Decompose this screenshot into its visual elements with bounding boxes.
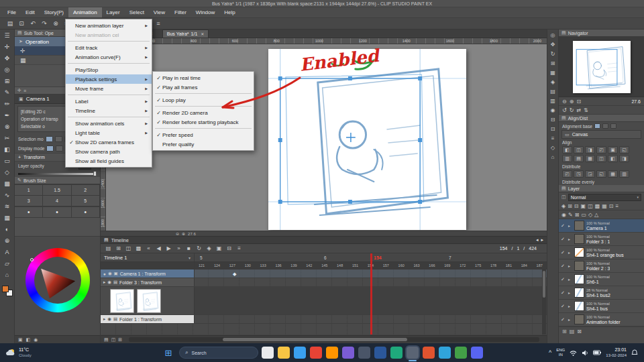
start-button[interactable]: ⊞ bbox=[161, 345, 176, 360]
menu-bar-item-5[interactable]: Select bbox=[125, 7, 149, 17]
tool-icon-8[interactable]: ⊗ bbox=[2, 122, 13, 131]
timeline-tool-icon-0[interactable]: ▤ bbox=[104, 245, 113, 251]
menu-item-render-2d-camera[interactable]: ✓Render 2D camera bbox=[153, 108, 254, 117]
record-icon[interactable]: ● bbox=[103, 272, 106, 276]
panel-menu-icon[interactable]: ▤ bbox=[17, 30, 22, 36]
layer-row-3[interactable]: ✓ ▸ 100 % Normal Folder 2 : 3 bbox=[559, 259, 644, 273]
menu-bar-item-7[interactable]: Filter bbox=[170, 7, 191, 17]
menu-item-playback-settings[interactable]: Playback settings▶ bbox=[66, 74, 152, 84]
align-panel-header[interactable]: ▤ Align/Dist bbox=[559, 115, 644, 122]
taskbar-app-icon-11[interactable] bbox=[439, 347, 451, 359]
layer-tool-b-icon-1[interactable]: ✎ bbox=[568, 212, 573, 218]
taskbar-clock[interactable]: 23:01 13-02-2024 bbox=[606, 347, 627, 359]
command-bar-icon-3[interactable]: ↷ bbox=[40, 19, 49, 28]
tool-icon-13[interactable]: ▩ bbox=[2, 179, 13, 188]
layer-tool-b-icon-2[interactable]: ⊠ bbox=[575, 212, 580, 218]
alignment-base-selector[interactable]: ▭ Canvas bbox=[561, 130, 641, 139]
delete-layer-icon[interactable]: ⊠ bbox=[577, 328, 582, 335]
foreground-color-swatch[interactable] bbox=[2, 286, 9, 292]
command-bar-icon-13[interactable]: ≡ bbox=[154, 19, 163, 28]
panel-menu-icon[interactable]: ▤ bbox=[561, 30, 566, 36]
align-button-b-4[interactable]: ◧ bbox=[608, 155, 618, 162]
layer-expander-icon[interactable]: ▸ bbox=[568, 250, 572, 255]
layer-tool-icon-6[interactable]: ▦ bbox=[602, 203, 607, 209]
timeline-playhead[interactable] bbox=[370, 253, 372, 335]
timeline-tool-icon-2[interactable]: ◫ bbox=[124, 245, 133, 251]
layer-visibility-toggle[interactable]: ✓ bbox=[561, 237, 566, 242]
go-to-start-button[interactable]: « bbox=[144, 245, 153, 251]
scrollbar-thumb[interactable] bbox=[543, 271, 545, 298]
tool-icon-0[interactable]: ☰ bbox=[2, 31, 13, 40]
display-mode-button-1[interactable] bbox=[46, 145, 54, 152]
timeline-horizontal-scrollbar[interactable] bbox=[129, 337, 539, 342]
taskbar-search[interactable]: ⌕ Search bbox=[179, 347, 258, 359]
layer-visibility-toggle[interactable]: ✓ bbox=[561, 263, 566, 269]
taskbar-app-icon-3[interactable] bbox=[310, 347, 322, 359]
alignment-base-button-2[interactable] bbox=[602, 123, 608, 129]
flip-vertical-icon[interactable]: ⇅ bbox=[584, 107, 588, 113]
footer-icon-0[interactable]: ▤ bbox=[104, 337, 109, 343]
swatch-icon[interactable]: ▣ bbox=[18, 337, 23, 343]
tool-icon-6[interactable]: ✏ bbox=[2, 99, 13, 109]
layer-visibility-toggle[interactable]: ✓ bbox=[561, 223, 566, 229]
tool-icon-16[interactable]: ▦ bbox=[2, 213, 13, 223]
taskbar-app-icon-7[interactable] bbox=[374, 347, 386, 359]
track-folder-1[interactable]: ▸ ◉ ▤ Folder 1 : Transform bbox=[101, 315, 547, 324]
menu-item-new-animation-layer[interactable]: New animation layer▶ bbox=[66, 21, 152, 30]
taskbar-app-icon-6[interactable] bbox=[358, 347, 370, 359]
distribute-button-5[interactable]: ▥ bbox=[619, 170, 629, 178]
tool-icon-18[interactable]: ⊕ bbox=[2, 236, 13, 245]
taskbar-app-icon-2[interactable] bbox=[294, 347, 306, 359]
tool-icon-1[interactable]: ✛ bbox=[2, 42, 13, 52]
align-button-5[interactable]: ◱ bbox=[619, 146, 629, 154]
canvas-page[interactable] bbox=[268, 49, 466, 230]
taskbar-app-icon-4[interactable] bbox=[326, 347, 338, 359]
menu-item-animation-curve[interactable]: Animation curve(F)▶ bbox=[66, 52, 152, 62]
align-button-2[interactable]: ◨ bbox=[585, 146, 595, 154]
right-strip-icon-6[interactable]: ▤ bbox=[550, 88, 555, 95]
right-strip-icon-10[interactable]: ⊡ bbox=[551, 126, 555, 132]
menu-bar-item-6[interactable]: View bbox=[149, 7, 170, 17]
align-button-b-0[interactable]: ▥ bbox=[562, 155, 572, 162]
right-strip-icon-9[interactable]: ⊟ bbox=[551, 117, 555, 123]
brush-size-preset-5[interactable]: 5 bbox=[72, 196, 100, 206]
brush-size-dot-2[interactable]: • bbox=[72, 207, 100, 218]
rotate-left-icon[interactable]: ↺ bbox=[562, 107, 567, 113]
menu-item-play-all-frames[interactable]: ✓Play all frames bbox=[153, 82, 254, 92]
zoom-in-icon[interactable]: ⊕ bbox=[570, 99, 574, 105]
taskbar-app-icon-13[interactable] bbox=[471, 347, 483, 359]
tool-icon-19[interactable]: A bbox=[2, 247, 13, 257]
layer-expander-icon[interactable]: ▸ bbox=[568, 277, 572, 282]
menu-bar-item-3[interactable]: Animation bbox=[68, 7, 102, 17]
command-bar-icon-0[interactable]: ▤ bbox=[5, 19, 15, 28]
right-strip-icon-1[interactable]: ✥ bbox=[551, 42, 555, 48]
footer-icon-2[interactable]: ⊞ bbox=[118, 337, 122, 343]
tool-icon-12[interactable]: ◇ bbox=[2, 168, 13, 177]
eye-icon[interactable]: ◉ bbox=[107, 316, 111, 322]
layer-tool-b-icon-4[interactable]: ◇ bbox=[588, 212, 592, 218]
frame-ruler[interactable]: 121 124 127 130 133 136 139 142 145 148 … bbox=[101, 262, 547, 269]
brush-size-preset-0[interactable]: 1 bbox=[15, 185, 43, 196]
color-swatches[interactable] bbox=[2, 286, 13, 296]
layer-tool-b-icon-0[interactable]: ◉ bbox=[561, 212, 566, 218]
layer-tool-b-icon-3[interactable]: ▭ bbox=[581, 212, 586, 218]
taskbar-app-icon-5[interactable] bbox=[342, 347, 354, 359]
layer-expander-icon[interactable]: ▸ bbox=[568, 304, 572, 308]
align-button-b-3[interactable]: ◫ bbox=[596, 155, 606, 162]
tool-icon-11[interactable]: ▭ bbox=[2, 156, 13, 166]
alignment-base-button-1[interactable] bbox=[594, 123, 600, 129]
taskbar-app-icon-9[interactable] bbox=[407, 347, 419, 359]
tool-icon-10[interactable]: ◧ bbox=[2, 145, 13, 154]
brush-size-preset-2[interactable]: 2 bbox=[72, 185, 100, 196]
timeline-vertical-scrollbar[interactable] bbox=[542, 269, 546, 335]
battery-icon[interactable] bbox=[593, 350, 601, 355]
layer-tool-icon-4[interactable]: ◫ bbox=[588, 203, 593, 209]
brush-size-preset-3[interactable]: 3 bbox=[15, 196, 43, 206]
menu-bar-item-0[interactable]: File bbox=[3, 7, 21, 17]
tool-icon-15[interactable]: ≋ bbox=[2, 202, 13, 211]
timeline-tool-icon-12[interactable]: ⊟ bbox=[225, 245, 233, 251]
panel-right-icon[interactable]: ▸ bbox=[541, 237, 543, 243]
menu-item-loop-play[interactable]: ✓Loop play bbox=[153, 95, 254, 105]
layer-row-0[interactable]: ✓ ▸ 100 % Normal Camera 1 bbox=[559, 219, 644, 233]
taskbar-app-icon-0[interactable] bbox=[262, 347, 274, 359]
